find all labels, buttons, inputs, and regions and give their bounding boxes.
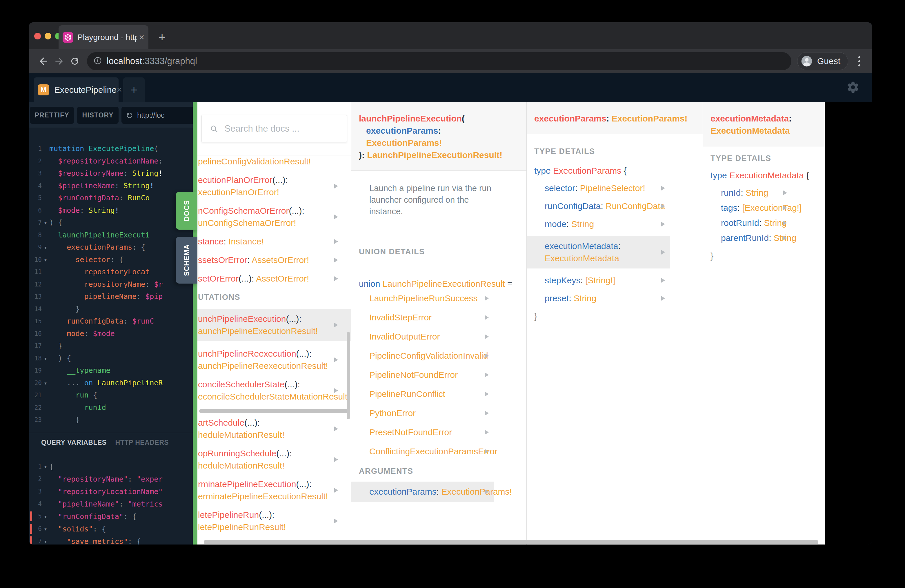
code-line[interactable]: 6▾ "solids": { [29, 523, 193, 535]
docs-item[interactable]: executionParams: ExecutionParams! [351, 482, 494, 502]
chevron-right-icon[interactable] [334, 426, 338, 431]
site-info-icon[interactable] [93, 56, 102, 66]
docs-item[interactable]: preset: String [527, 292, 670, 304]
docs-item[interactable]: selector: PipelineSelector! [527, 182, 670, 194]
prettify-button[interactable]: PRETTIFY [30, 107, 74, 124]
horizontal-scrollbar[interactable] [199, 409, 348, 413]
code-line[interactable]: 9▾ executionParams: { [29, 241, 193, 254]
code-line[interactable]: 3 $repositoryName: String! [29, 167, 193, 180]
docs-item[interactable]: ecutionPlanOrError(...):xecutionPlanOrEr… [197, 174, 351, 198]
chevron-right-icon[interactable] [485, 489, 489, 494]
docs-item[interactable]: InvalidOutputError [351, 331, 494, 343]
tab-query-variables[interactable]: QUERY VARIABLES [41, 439, 107, 447]
settings-gear-icon[interactable] [846, 81, 860, 94]
code-line[interactable]: 23 } [29, 414, 193, 426]
docs-item[interactable]: PipelineNotFoundError [351, 369, 494, 381]
code-line[interactable]: 20▾ ... on LaunchPipelineR [29, 377, 193, 389]
forward-icon[interactable] [53, 55, 65, 68]
code-line[interactable]: 2 "repositoryName": "exper [29, 473, 193, 485]
close-window-button[interactable] [34, 33, 41, 40]
code-line[interactable]: 19 __typename [29, 364, 193, 377]
chevron-right-icon[interactable] [334, 388, 338, 393]
code-line[interactable]: 21 run { [29, 389, 193, 402]
code-line[interactable]: 1▾{ [29, 461, 193, 473]
code-line[interactable]: 18▾ ) { [29, 352, 193, 365]
code-line[interactable]: 10▾ selector: { [29, 254, 193, 266]
docs-search-box[interactable] [202, 115, 347, 142]
docs-item[interactable]: letePipelineRun(...):letePipelineRunResu… [197, 509, 351, 533]
code-line[interactable]: 5 $runConfigData: RunCo [29, 192, 193, 204]
docs-item[interactable]: pelineConfigValidationResult! [197, 156, 351, 168]
code-line[interactable]: 4 "pipelineName": "metrics [29, 498, 193, 510]
docs-item[interactable]: ConflictingExecutionParamsError [351, 445, 494, 458]
docs-item[interactable]: stance: Instance! [197, 235, 351, 248]
code-line[interactable]: 16 mode: $mode [29, 327, 193, 340]
endpoint-input[interactable]: http://loc [121, 107, 193, 124]
close-tab-icon[interactable]: × [139, 32, 144, 43]
chevron-right-icon[interactable] [334, 358, 338, 362]
url-bar[interactable]: localhost:3333/graphql [87, 52, 791, 70]
chevron-right-icon[interactable] [485, 392, 489, 396]
browser-menu-icon[interactable] [853, 56, 865, 67]
variables-editor[interactable]: 1▾{2 "repositoryName": "exper3 "reposito… [29, 461, 193, 545]
docs-item[interactable]: artSchedule(...):heduleMutationResult! [197, 416, 351, 441]
tab-docs[interactable]: DOCS [176, 192, 197, 230]
docs-item[interactable]: opRunningSchedule(...):heduleMutationRes… [197, 447, 351, 472]
chevron-right-icon[interactable] [783, 236, 787, 240]
docs-item[interactable]: unchPipelineExecution(...):aunchPipeline… [197, 309, 351, 341]
docs-item[interactable]: unchPipelineReexecution(...):aunchPipeli… [197, 348, 351, 372]
chevron-right-icon[interactable] [661, 204, 665, 208]
window-controls[interactable] [34, 33, 62, 40]
docs-item[interactable]: nConfigSchemaOrError(...):unConfigSchema… [197, 205, 351, 229]
tab-schema[interactable]: SCHEMA [176, 237, 197, 284]
chevron-right-icon[interactable] [485, 373, 489, 377]
docs-item[interactable]: executionMetadata:ExecutionMetadata [527, 236, 670, 269]
chevron-right-icon[interactable] [485, 296, 489, 301]
browser-tab[interactable]: Playground - http://localhost:3 × [59, 25, 148, 49]
fold-arrow-icon[interactable]: ▾ [42, 352, 49, 365]
code-line[interactable]: 17 } [29, 340, 193, 352]
docs-item[interactable]: rminatePipelineExecution(...):erminatePi… [197, 478, 351, 502]
chevron-right-icon[interactable] [334, 258, 338, 262]
docs-search-input[interactable] [224, 124, 341, 134]
chevron-right-icon[interactable] [661, 250, 665, 254]
chevron-right-icon[interactable] [485, 411, 489, 415]
tab-http-headers[interactable]: HTTP HEADERS [115, 439, 169, 447]
chevron-right-icon[interactable] [485, 334, 489, 339]
fold-arrow-icon[interactable]: ▾ [42, 510, 49, 523]
code-line[interactable]: 12 repositoryName: $r [29, 278, 193, 291]
chevron-right-icon[interactable] [485, 449, 489, 454]
playground-tab[interactable]: M ExecutePipeline × [34, 78, 119, 102]
chevron-right-icon[interactable] [783, 205, 787, 210]
docs-item[interactable]: concileSchedulerState(...):econcileSched… [197, 378, 351, 403]
chevron-right-icon[interactable] [485, 430, 489, 435]
new-tab-button[interactable]: + [154, 29, 170, 46]
fold-arrow-icon[interactable]: ▾ [42, 377, 49, 389]
fold-arrow-icon[interactable]: ▾ [42, 523, 49, 535]
chevron-right-icon[interactable] [661, 296, 665, 301]
docs-item[interactable]: rootRunId: String [703, 217, 792, 229]
chevron-right-icon[interactable] [783, 221, 787, 225]
minimize-window-button[interactable] [44, 33, 51, 40]
reload-icon[interactable] [68, 55, 81, 68]
docs-item[interactable]: PipelineConfigValidationInvalid [351, 350, 494, 362]
chevron-right-icon[interactable] [334, 323, 338, 327]
chevron-right-icon[interactable] [783, 191, 787, 195]
docs-item[interactable]: stepKeys: [String!] [527, 274, 670, 286]
code-line[interactable]: 6 $mode: String! [29, 204, 193, 217]
docs-item[interactable]: setOrError(...): AssetOrError! [197, 273, 351, 285]
chevron-right-icon[interactable] [485, 315, 489, 320]
chevron-right-icon[interactable] [334, 239, 338, 244]
code-line[interactable]: 7▾) { [29, 216, 193, 229]
query-editor[interactable]: 1mutation ExecutePipeline(2 $repositoryL… [29, 127, 193, 426]
back-icon[interactable] [37, 55, 50, 68]
fold-arrow-icon[interactable]: ▾ [42, 241, 49, 254]
profile-button[interactable]: Guest [797, 52, 848, 70]
fold-arrow-icon[interactable]: ▾ [42, 254, 49, 266]
docs-item[interactable]: runId: String [703, 187, 792, 199]
code-line[interactable]: 22 runId [29, 402, 193, 414]
docs-item[interactable]: mode: String [527, 218, 670, 230]
docs-item[interactable]: LaunchPipelineRunSuccess [351, 292, 494, 304]
code-line[interactable]: 11 repositoryLocat [29, 266, 193, 278]
chevron-right-icon[interactable] [485, 353, 489, 358]
